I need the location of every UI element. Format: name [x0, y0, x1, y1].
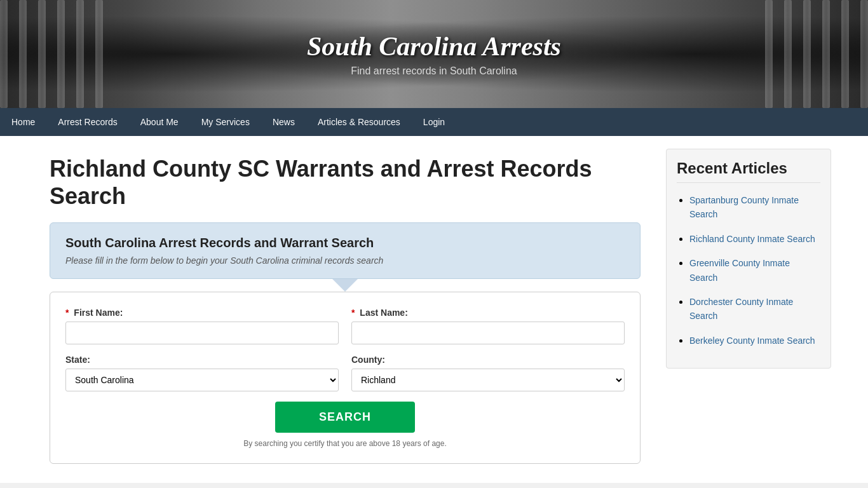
last-name-group: * Last Name:	[351, 308, 625, 344]
jail-bars-right	[741, 0, 868, 108]
sidebar-link-berkeley[interactable]: Berkeley County Inmate Search	[689, 336, 815, 346]
state-select[interactable]: South Carolina	[65, 369, 339, 391]
last-name-label: * Last Name:	[351, 308, 625, 318]
county-group: County: Richland	[351, 355, 625, 391]
search-form: * First Name: * Last Name:	[65, 308, 625, 448]
search-button[interactable]: SEARCH	[275, 402, 415, 433]
search-box-subtitle: Please fill in the form below to begin y…	[65, 255, 625, 266]
first-name-label: * First Name:	[65, 308, 339, 318]
sidebar-link-richland[interactable]: Richland County Inmate Search	[689, 234, 815, 244]
first-name-required: *	[65, 308, 69, 318]
nav-home[interactable]: Home	[0, 108, 46, 136]
header-text: South Carolina Arrests Find arrest recor…	[307, 31, 561, 77]
nav-about-me[interactable]: About Me	[129, 108, 190, 136]
location-row: State: South Carolina County: Richland	[65, 355, 625, 391]
name-row: * First Name: * Last Name:	[65, 308, 625, 344]
arrow-down	[332, 279, 358, 292]
jail-bars-left	[0, 0, 127, 108]
nav-articles-resources[interactable]: Articles & Resources	[306, 108, 412, 136]
sidebar: Recent Articles Spartanburg County Inmat…	[666, 149, 831, 470]
first-name-group: * First Name:	[65, 308, 339, 344]
list-item: Spartanburg County Inmate Search	[689, 193, 820, 222]
last-name-required: *	[351, 308, 355, 318]
nav-news[interactable]: News	[261, 108, 306, 136]
nav-login[interactable]: Login	[412, 108, 456, 136]
sidebar-title: Recent Articles	[677, 159, 820, 183]
county-select[interactable]: Richland	[351, 369, 625, 391]
main-nav: Home Arrest Records About Me My Services…	[0, 108, 868, 136]
sidebar-link-dorchester[interactable]: Dorchester County Inmate Search	[689, 297, 793, 321]
search-box-header: South Carolina Arrest Records and Warran…	[50, 222, 641, 279]
form-note: By searching you certify that you are ab…	[65, 439, 625, 448]
first-name-input[interactable]	[65, 322, 339, 344]
state-group: State: South Carolina	[65, 355, 339, 391]
nav-my-services[interactable]: My Services	[190, 108, 261, 136]
search-box-title: South Carolina Arrest Records and Warran…	[65, 236, 625, 250]
page-title: Richland County SC Warrants and Arrest R…	[50, 155, 641, 210]
page-body: Richland County SC Warrants and Arrest R…	[0, 136, 868, 483]
sidebar-link-spartanburg[interactable]: Spartanburg County Inmate Search	[689, 195, 799, 219]
main-content: Richland County SC Warrants and Arrest R…	[37, 149, 653, 470]
list-item: Greenville County Inmate Search	[689, 256, 820, 285]
site-title: South Carolina Arrests	[307, 31, 561, 62]
state-label: State:	[65, 355, 339, 365]
county-label: County:	[351, 355, 625, 365]
last-name-input[interactable]	[351, 322, 625, 344]
sidebar-list: Spartanburg County Inmate Search Richlan…	[677, 193, 820, 348]
list-item: Richland County Inmate Search	[689, 232, 820, 246]
list-item: Dorchester County Inmate Search	[689, 295, 820, 323]
site-header: South Carolina Arrests Find arrest recor…	[0, 0, 868, 108]
nav-arrest-records[interactable]: Arrest Records	[46, 108, 128, 136]
recent-articles-section: Recent Articles Spartanburg County Inmat…	[666, 149, 831, 369]
list-item: Berkeley County Inmate Search	[689, 334, 820, 348]
site-subtitle: Find arrest records in South Carolina	[307, 65, 561, 77]
sidebar-link-greenville[interactable]: Greenville County Inmate Search	[689, 258, 790, 282]
page-wrapper: Richland County SC Warrants and Arrest R…	[27, 136, 841, 483]
search-form-container: * First Name: * Last Name:	[50, 292, 641, 464]
